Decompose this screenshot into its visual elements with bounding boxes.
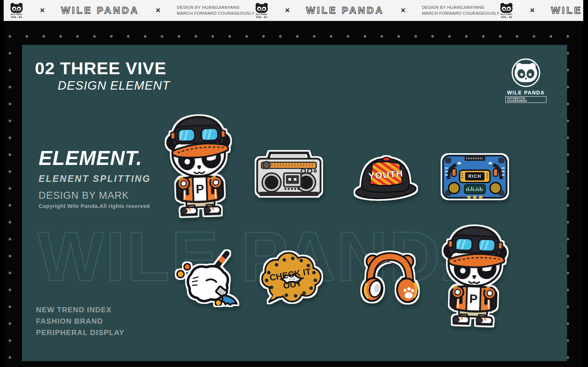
x-separator: ✕ [40, 7, 45, 14]
banner-group: WILE PANDA VOL. 01 ✕ WILE PANDA ✕ DESIGN… [255, 3, 500, 18]
device-screen-text: RICH [468, 174, 481, 179]
section-subtitle: DESIGN ELEMENT [58, 79, 170, 93]
main-panel: WILE PANDA 02 THREE VIVE DESIGN ELEMENT … [22, 45, 567, 361]
panda-mascot-icon [437, 216, 512, 328]
panda-head-icon [255, 3, 269, 14]
credit-text: DESIGN BY HUANGJIANYANG MARCH FORWARD CO… [177, 5, 254, 16]
element-title: ELEMENT. [39, 146, 151, 170]
brand-wordmark: WILE PANDA [61, 5, 139, 16]
slide-page: WILE PANDA VOL. 01 ✕ WILE PANDA ✕ DESIGN… [0, 0, 588, 367]
credit-line-2: MARCH FORWARD COURAGEOUSLY [422, 11, 499, 17]
panda-logo-icon: WILE PANDA VOL. 01 [10, 3, 24, 18]
banner-group: WILE PANDA VOL. 01 ✕ WILE PANDA ✕ DESIGN… [10, 3, 255, 18]
youth-cap-icon: YOUTH [352, 147, 419, 203]
copyright-note: Copyright Wile Panda.All rights reserved [39, 203, 151, 209]
brand-wordmark: WILE PANDA [306, 5, 384, 16]
panda-head-icon [499, 3, 513, 14]
badge-tagline: AUTOMOTIVE ACCESSORIES [505, 96, 546, 103]
footer-line: FASHION BRAND [36, 316, 125, 327]
brand-badge: WILE PANDA AUTOMOTIVE ACCESSORIES [505, 57, 546, 103]
panel-footer-lines: NEW TREND INDEX FASHION BRAND PERIPHERAL… [36, 304, 125, 338]
left-edge-bar [0, 0, 4, 367]
panda-logo-icon: WILE PANDA VOL. 01 [255, 3, 269, 18]
credit-line-2: MARCH FORWARD COURAGEOUSLY [177, 11, 254, 17]
panda-head-icon [10, 3, 24, 14]
right-edge-bar [583, 0, 588, 367]
sticker-youth-cap: YOUTH [352, 147, 419, 203]
credit-text: DESIGN BY HUANGJIANYANG MARCH FORWARD CO… [422, 5, 499, 16]
x-separator: ✕ [401, 7, 406, 14]
icon-caption: VOL. 01 [11, 16, 22, 19]
panda-logo-icon: WILE PANDA VOL. 01 [499, 3, 513, 18]
brand-wordmark: WILE PANDA [551, 5, 588, 16]
panda-mascot-icon [161, 105, 237, 218]
sticker-boombox [253, 150, 325, 201]
credit-line-1: DESIGN BY HUANGJIANYANG [422, 5, 499, 11]
sticker-panda-character [437, 216, 512, 328]
x-separator: ✕ [285, 7, 290, 14]
element-text-block: ELEMENT. ELENENT SPLITTING DESIGN BY MAR… [39, 146, 151, 209]
footer-line: PERIPHERAL DISPLAY [36, 327, 125, 338]
icon-caption: VOL. 01 [256, 16, 267, 19]
badge-brand-name: WILE PANDA [507, 90, 545, 96]
boombox-icon [253, 150, 325, 201]
element-subtitle: ELENENT SPLITTING [39, 173, 151, 184]
credit-line-1: DESIGN BY HUANGJIANYANG [177, 5, 254, 11]
rich-radio-icon: RICH [440, 152, 509, 201]
footer-line: NEW TREND INDEX [36, 304, 125, 316]
panda-badge-icon [508, 57, 544, 89]
paintbrush-hand-icon [170, 246, 240, 306]
designer-credit: DESIGN BY MARK [39, 190, 151, 201]
sticker-panda-character [161, 105, 237, 218]
bear-headphones-icon [354, 242, 426, 308]
sticker-bear-headphones [354, 242, 426, 308]
x-separator: ✕ [155, 7, 161, 14]
sticker-speech-bubble: CHECK IT OUT [255, 240, 325, 306]
icon-caption: VOL. 01 [501, 16, 512, 19]
sticker-paintbrush-hand [170, 246, 240, 306]
top-banner: WILE PANDA VOL. 01 ✕ WILE PANDA ✕ DESIGN… [0, 0, 588, 21]
x-separator: ✕ [530, 7, 535, 14]
banner-group: WILE PANDA VOL. 01 ✕ WILE PANDA ✕ DESIGN… [499, 3, 588, 18]
check-it-out-bubble-icon: CHECK IT OUT [255, 240, 325, 306]
sticker-radio-device: RICH [440, 152, 509, 201]
section-title: 02 THREE VIVE [35, 58, 166, 78]
